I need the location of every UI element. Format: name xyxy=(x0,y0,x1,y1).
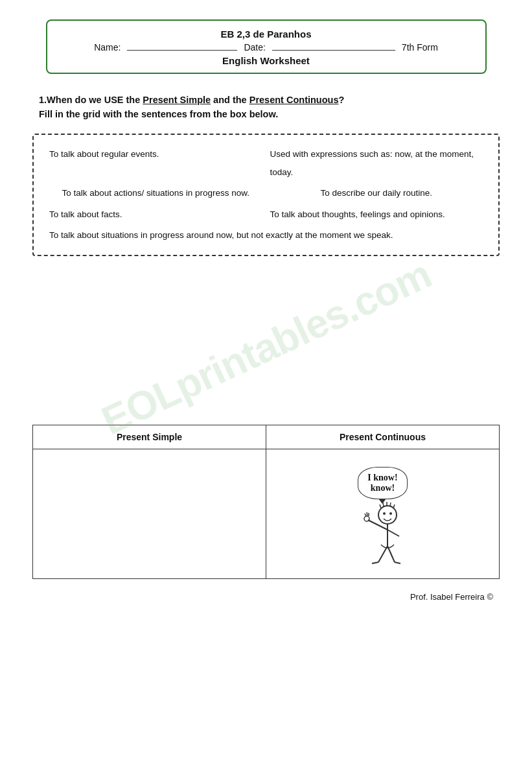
table-cell-present-continuous: I know! know! xyxy=(266,449,500,579)
form-label: 7th Form xyxy=(402,42,438,53)
dashed-row-3: To talk about facts. To talk about thoug… xyxy=(45,204,487,225)
grid-table: Present Simple Present Continuous I know… xyxy=(32,425,500,579)
cartoon-container: I know! know! xyxy=(354,467,412,572)
dashed-cell-1-2: Used with expressions such as: now, at t… xyxy=(266,144,487,184)
present-simple-label: Present Simple xyxy=(143,95,211,105)
footer-text: Prof. Isabel Ferreira © xyxy=(410,592,493,602)
col2-header: Present Continuous xyxy=(266,425,500,449)
watermark-area: EOLprintables.com xyxy=(32,276,500,418)
date-label: Date: xyxy=(244,42,265,53)
svg-line-4 xyxy=(390,503,391,506)
cartoon-figure xyxy=(354,501,412,572)
dashed-box: To talk about regular events. Used with … xyxy=(32,134,500,257)
dashed-row-4: To talk about situations in progress aro… xyxy=(45,225,487,246)
speech-bubble: I know! know! xyxy=(358,467,407,499)
svg-line-9 xyxy=(368,520,387,530)
watermark: EOLprintables.com xyxy=(95,251,438,444)
question-number: 1. xyxy=(39,95,47,105)
svg-line-5 xyxy=(393,504,395,508)
svg-line-14 xyxy=(387,530,399,536)
date-dots xyxy=(272,50,395,51)
dashed-cell-2-2: To describe our daily routine. xyxy=(266,183,487,204)
svg-line-15 xyxy=(378,546,387,562)
dashed-cell-3-1: To talk about facts. xyxy=(45,204,266,225)
question-text-part2: and the xyxy=(211,95,249,105)
question-section: 1.When do we USE the Present Simple and … xyxy=(32,93,500,122)
footer: Prof. Isabel Ferreira © xyxy=(32,592,500,602)
table-row: I know! know! xyxy=(33,449,500,579)
svg-line-18 xyxy=(395,562,400,563)
speech-line2: know! xyxy=(371,483,395,493)
svg-point-6 xyxy=(383,512,386,515)
worksheet-title: English Worksheet xyxy=(67,55,466,66)
svg-line-1 xyxy=(380,504,381,508)
name-date-line: Name: Date: 7th Form xyxy=(67,42,466,53)
present-continuous-label: Present Continuous xyxy=(249,95,339,105)
svg-point-0 xyxy=(378,506,397,524)
question-subtext: Fill in the grid with the sentences from… xyxy=(39,109,278,119)
question-text-part3: ? xyxy=(338,95,344,105)
svg-line-12 xyxy=(367,512,367,515)
svg-line-17 xyxy=(372,562,378,563)
dashed-row-1: To talk about regular events. Used with … xyxy=(45,144,487,184)
school-name: EB 2,3 de Paranhos xyxy=(67,29,466,40)
svg-line-16 xyxy=(387,546,395,562)
dashed-cell-1-1: To talk about regular events. xyxy=(45,144,266,184)
name-dots xyxy=(127,50,237,51)
name-label: Name: xyxy=(94,42,121,53)
dashed-cell-3-2: To talk about thoughts, feelings and opi… xyxy=(266,204,487,225)
svg-point-7 xyxy=(389,512,392,515)
table-cell-present-simple xyxy=(33,449,266,579)
dashed-cell-2-1: To talk about actions/ situations in pro… xyxy=(45,183,266,204)
table-header-row: Present Simple Present Continuous xyxy=(33,425,500,449)
question-text: 1.When do we USE the Present Simple and … xyxy=(39,93,500,122)
svg-point-10 xyxy=(364,516,369,521)
dashed-row-2: To talk about actions/ situations in pro… xyxy=(45,183,487,204)
question-text-part1: When do we USE the xyxy=(47,95,143,105)
svg-line-11 xyxy=(365,514,366,516)
header-box: EB 2,3 de Paranhos Name: Date: 7th Form … xyxy=(46,19,487,74)
dashed-cell-4-1: To talk about situations in progress aro… xyxy=(45,225,487,246)
speech-line1: I know! xyxy=(367,473,397,482)
col1-header: Present Simple xyxy=(33,425,266,449)
